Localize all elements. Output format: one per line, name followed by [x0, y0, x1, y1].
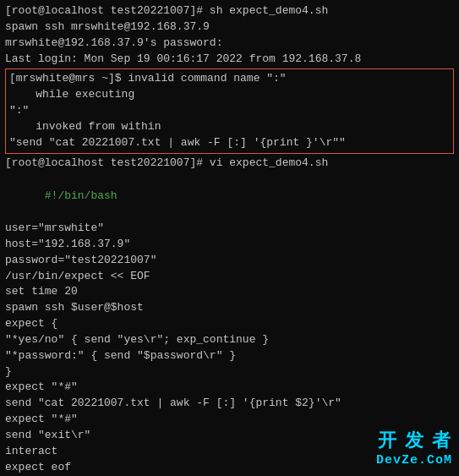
script-line-7: expect { — [5, 316, 454, 332]
watermark-domain: DevZe.CoM — [376, 453, 452, 468]
watermark-chinese: 开 发 者 — [378, 428, 452, 453]
error-line-5: "send "cat 20221007.txt | awk -F [:] '{p… — [9, 135, 450, 151]
script-line-11: expect "*#" — [5, 380, 454, 396]
password-prompt-line: mrswhite@192.168.37.9's password: — [5, 36, 454, 52]
script-line-2: host="192.168.37.9" — [5, 237, 454, 253]
script-line-9: "*password:" { send "$password\r" } — [5, 348, 454, 364]
error-line-2: while executing — [9, 87, 450, 103]
cmd-line-2: [root@localhost test20221007]# vi expect… — [5, 156, 454, 172]
script-line-13: expect "*#" — [5, 412, 454, 428]
last-login-line: Last login: Mon Sep 19 00:16:17 2022 fro… — [5, 52, 454, 68]
script-line-10: } — [5, 364, 454, 380]
script-shebang: #!/bin/bash — [5, 172, 454, 221]
script-line-4: /usr/bin/expect << EOF — [5, 269, 454, 285]
script-line-12: send "cat 20221007.txt | awk -F [:] '{pr… — [5, 396, 454, 412]
script-line-3: password="test20221007" — [5, 253, 454, 269]
shebang-hash: #!/bin/bash — [45, 189, 117, 202]
error-line-4: invoked from within — [9, 119, 450, 135]
watermark: 开 发 者 DevZe.CoM — [376, 428, 452, 468]
script-line-6: spawn ssh $user@$host — [5, 300, 454, 316]
error-box: [mrswhite@mrs ~]$ invalid command name "… — [5, 68, 454, 153]
script-line-8: "*yes/no" { send "yes\r"; exp_continue } — [5, 332, 454, 348]
cmd-line-1: [root@localhost test20221007]# sh expect… — [5, 3, 454, 19]
script-line-1: user="mrswhite" — [5, 221, 454, 237]
script-line-5: set time 20 — [5, 284, 454, 300]
error-line-3: ":" — [9, 103, 450, 119]
spawn-line: spawn ssh mrswhite@192.168.37.9 — [5, 19, 454, 36]
terminal-window: [root@localhost test20221007]# sh expect… — [0, 0, 459, 476]
error-line-1: [mrswhite@mrs ~]$ invalid command name "… — [9, 71, 450, 87]
